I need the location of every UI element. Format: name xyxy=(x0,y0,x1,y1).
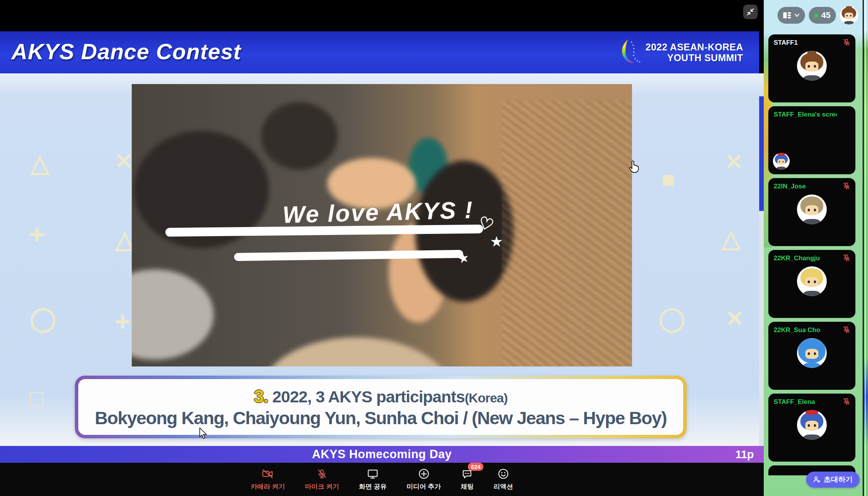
toolbar-label: 리액션 xyxy=(493,482,513,491)
online-status-dot xyxy=(814,13,818,18)
toolbar-label: 화면 공유 xyxy=(359,482,387,491)
window-edge-artifact xyxy=(759,96,764,211)
camera-toggle-button[interactable]: 카메라 켜기 xyxy=(251,468,285,491)
chat-unread-badge: 624 xyxy=(468,463,483,471)
summit-logo-line1: 2022 ASEAN-KOREA xyxy=(645,42,743,52)
camera-off-icon xyxy=(262,468,274,480)
star-doodle-icon: ★ xyxy=(491,234,502,249)
reaction-button[interactable]: 리액션 xyxy=(493,468,513,491)
contest-photo: We love AKYS ! ♡ ★ ★ xyxy=(132,84,632,366)
participant-tile[interactable]: STAFF_Elena's screen xyxy=(768,106,855,174)
participant-tile[interactable]: STAFF1 xyxy=(768,34,855,102)
game-symbol-decoration: △ xyxy=(115,225,134,254)
mic-off-icon xyxy=(842,38,851,47)
participant-tile[interactable]: 22KR_Changju xyxy=(768,250,855,318)
game-symbol-decoration: ✕ xyxy=(726,306,744,332)
participant-name: STAFF_Elena xyxy=(774,398,815,406)
participant-avatar xyxy=(797,51,827,81)
sidebar-controls: 45 xyxy=(777,6,858,24)
participant-tile[interactable]: STAFF_Elena xyxy=(768,394,855,462)
participant-name: 22KR_Changju xyxy=(774,254,820,262)
game-symbol-decoration: ✕ xyxy=(725,149,744,175)
slide-title: AKYS Dance Contest xyxy=(11,39,241,64)
caption-line2: Bokyeong Kang, Chaiyoung Yun, Sunha Choi… xyxy=(95,407,666,428)
game-symbol-decoration: ◯ xyxy=(30,305,56,332)
self-avatar-button[interactable] xyxy=(840,6,858,24)
world-map-edge xyxy=(863,0,868,496)
mic-off-icon xyxy=(842,326,851,334)
participant-name: STAFF1 xyxy=(774,39,798,47)
summit-logo-text: 2022 ASEAN-KOREA YOUTH SUMMIT xyxy=(645,42,743,63)
participant-tile[interactable]: 22IN_Jose xyxy=(768,178,855,246)
slide-page-number: 11p xyxy=(735,448,754,461)
participant-avatar xyxy=(797,266,827,296)
game-symbol-decoration: △ xyxy=(722,224,740,253)
caption-title: 2022, 3 AKYS participants xyxy=(272,387,465,406)
summit-logo-line2: YOUTH SUMMIT xyxy=(645,52,743,63)
mic-off-icon xyxy=(317,468,327,480)
invite-button-label: 초대하기 xyxy=(824,475,853,485)
participant-name: 22IN_Jose xyxy=(774,183,806,190)
screen-share-icon xyxy=(367,468,379,480)
slide-footer-bar: AKYS Homecoming Day 11p xyxy=(0,446,764,463)
toolbar-label: 미디어 추가 xyxy=(407,482,441,491)
add-media-button[interactable]: 미디어 추가 xyxy=(407,468,441,491)
caption-title-suffix: (Korea) xyxy=(465,391,508,405)
layout-toggle-button[interactable] xyxy=(777,7,805,24)
mic-off-icon xyxy=(842,182,851,190)
caption-line1: 3. 2022, 3 AKYS participants(Korea) xyxy=(254,386,508,407)
game-symbol-decoration: ✕ xyxy=(115,148,133,174)
participant-tile[interactable]: 22KR_Sua Cho xyxy=(768,322,855,390)
screen-share-button[interactable]: 화면 공유 xyxy=(359,468,387,491)
slide-body: △✕◯+△+□✕■△◯✕□ We love AKYS ! ♡ ★ ★ 3. 20… xyxy=(0,73,764,446)
photo-cork-wall xyxy=(502,101,632,366)
game-symbol-decoration: ◯ xyxy=(659,305,685,332)
caption-number: 3. xyxy=(254,386,268,406)
slide-header: AKYS Dance Contest xyxy=(0,31,759,73)
collapse-icon xyxy=(746,7,755,16)
participant-avatar xyxy=(797,195,827,224)
game-symbol-decoration: □ xyxy=(30,385,44,411)
mic-toggle-button[interactable]: 마이크 켜기 xyxy=(305,468,339,491)
participant-name: 22KR_Sua Cho xyxy=(774,326,820,334)
invite-button[interactable]: 초대하기 xyxy=(806,472,860,488)
slide-footer-title: AKYS Homecoming Day xyxy=(312,447,452,461)
summit-crescent-icon xyxy=(616,37,642,67)
summit-logo: 2022 ASEAN-KOREA YOUTH SUMMIT xyxy=(616,37,743,67)
plus-circle-icon xyxy=(418,468,430,480)
game-symbol-decoration: + xyxy=(29,219,45,250)
participants-sidebar: 45 STAFF1 STAFF_Elena's screen 22IN_Jose xyxy=(764,0,868,496)
game-symbol-decoration: △ xyxy=(31,149,49,177)
participant-avatar xyxy=(773,153,790,170)
person-plus-icon xyxy=(813,476,821,483)
game-symbol-decoration: ■ xyxy=(661,166,675,192)
toolbar-label: 카메라 켜기 xyxy=(251,482,285,491)
participant-count: 45 xyxy=(821,10,831,20)
chat-button[interactable]: 624 채팅 xyxy=(461,468,474,491)
top-letterbox xyxy=(0,0,764,31)
participant-tiles-list: STAFF1 STAFF_Elena's screen 22IN_Jose 2 xyxy=(768,34,855,475)
grid-layout-icon xyxy=(783,11,791,19)
chevron-down-icon xyxy=(794,13,800,17)
toolbar-label: 채팅 xyxy=(461,482,474,491)
participant-count-button[interactable]: 45 xyxy=(809,7,836,24)
app-root: AKYS Dance Contest xyxy=(0,0,868,496)
participant-avatar xyxy=(797,338,827,368)
mic-off-icon xyxy=(842,397,851,406)
mic-off-icon xyxy=(842,254,851,262)
photo-overlay-text: We love AKYS ! xyxy=(282,196,474,228)
caption-box: 3. 2022, 3 AKYS participants(Korea) Boky… xyxy=(75,376,687,438)
toolbar-label: 마이크 켜기 xyxy=(305,482,339,491)
participant-name: STAFF_Elena's screen xyxy=(774,111,837,118)
collapse-fullscreen-button[interactable] xyxy=(743,5,758,19)
shared-screen-area: AKYS Dance Contest xyxy=(0,0,764,496)
caption-inner: 3. 2022, 3 AKYS participants(Korea) Boky… xyxy=(78,379,683,435)
smiley-icon xyxy=(498,468,509,480)
game-symbol-decoration: + xyxy=(115,306,131,337)
participant-avatar xyxy=(797,410,827,440)
call-toolbar: 카메라 켜기 마이크 켜기 xyxy=(0,463,764,496)
window-edge-artifact xyxy=(759,211,764,446)
